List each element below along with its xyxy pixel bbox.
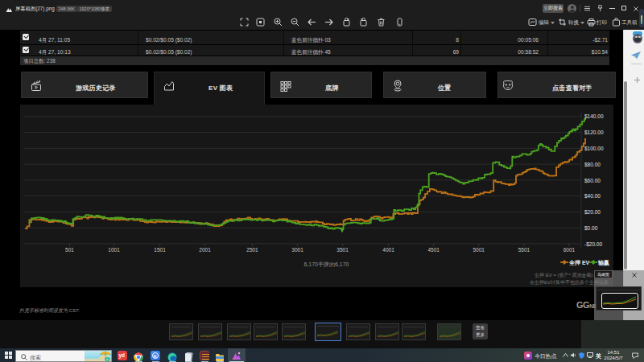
svg-text:5001: 5001 bbox=[473, 247, 485, 253]
svg-text:全押 EV: 全押 EV bbox=[568, 260, 590, 266]
svg-text:4001: 4001 bbox=[382, 247, 394, 253]
svg-text:2501: 2501 bbox=[246, 247, 258, 253]
svg-text:1501: 1501 bbox=[154, 247, 166, 253]
svg-text:$20.00: $20.00 bbox=[584, 209, 601, 215]
svg-text:4501: 4501 bbox=[427, 247, 440, 253]
svg-text:$60.00: $60.00 bbox=[584, 178, 601, 183]
svg-text:3001: 3001 bbox=[291, 247, 303, 253]
svg-text:6,170手牌的6,170: 6,170手牌的6,170 bbox=[303, 261, 349, 268]
svg-text:$0.00: $0.00 bbox=[584, 225, 598, 231]
svg-text:$140.00: $140.00 bbox=[584, 113, 604, 119]
svg-text:-$20.00: -$20.00 bbox=[584, 241, 602, 247]
svg-text:$40.00: $40.00 bbox=[584, 193, 601, 199]
svg-text:501: 501 bbox=[65, 247, 74, 253]
svg-text:3501: 3501 bbox=[336, 247, 349, 253]
svg-text:$80.00: $80.00 bbox=[584, 162, 601, 167]
svg-text:$100.00: $100.00 bbox=[584, 146, 604, 151]
svg-text:输赢: 输赢 bbox=[597, 259, 609, 266]
svg-text:1001: 1001 bbox=[108, 247, 120, 253]
svg-text:$120.00: $120.00 bbox=[584, 130, 604, 135]
svg-text:6001: 6001 bbox=[564, 247, 576, 253]
svg-text:2001: 2001 bbox=[199, 247, 211, 253]
svg-text:5501: 5501 bbox=[518, 247, 530, 253]
